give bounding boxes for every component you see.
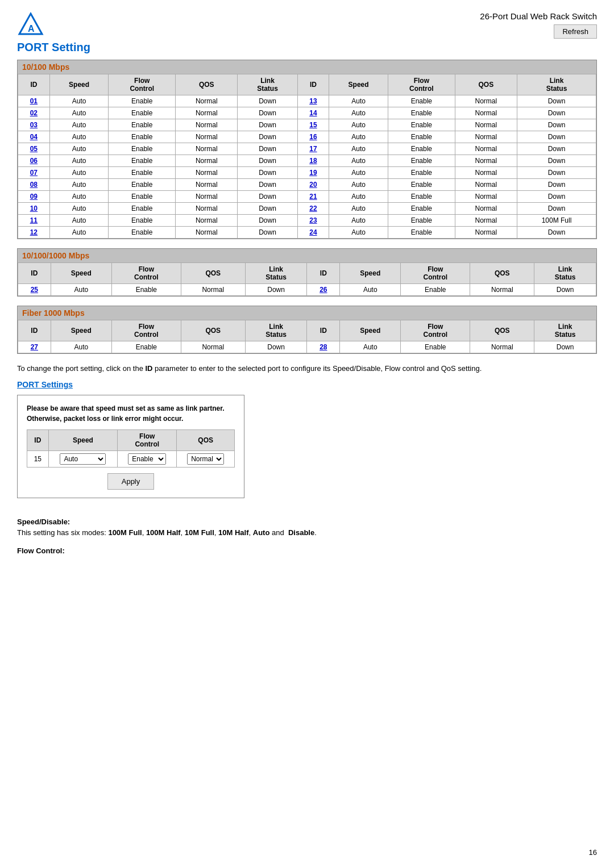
port-id-link[interactable]: 24 <box>309 228 317 236</box>
status-val: Down <box>517 191 596 203</box>
qos-val: Normal <box>455 227 517 239</box>
apply-button[interactable]: Apply <box>107 473 155 490</box>
port-id-link[interactable]: 09 <box>30 193 38 201</box>
port-id-link[interactable]: 05 <box>30 145 38 153</box>
table-row: 01AutoEnableNormalDown13AutoEnableNormal… <box>18 95 596 107</box>
port-id-link[interactable]: 27 <box>31 343 38 351</box>
flow-val: Enable <box>388 227 455 239</box>
qos-select[interactable]: NormalHigh <box>187 453 224 465</box>
port-id-link[interactable]: 20 <box>309 181 317 189</box>
speed-select[interactable]: Auto100M Full100M Half10M Full10M HalfDi… <box>60 453 106 465</box>
port-id-link[interactable]: 14 <box>309 109 317 117</box>
port-id-link[interactable]: 06 <box>30 157 38 165</box>
col-header: ID <box>307 320 340 341</box>
flow-val: Enable <box>109 203 176 215</box>
speed-val: Auto <box>49 167 109 179</box>
status-val: Down <box>238 143 297 155</box>
table-row: 11AutoEnableNormalDown23AutoEnableNormal… <box>18 215 596 227</box>
port-id-link[interactable]: 15 <box>309 121 317 129</box>
port-id-link[interactable]: 28 <box>320 343 327 351</box>
refresh-button[interactable]: Refresh <box>554 24 597 39</box>
qos-val: Normal <box>176 119 238 131</box>
table-row: 02AutoEnableNormalDown14AutoEnableNormal… <box>18 107 596 119</box>
col-header: Speed <box>340 320 401 341</box>
speed-val: Auto <box>329 215 388 227</box>
col-header: QOS <box>181 263 245 284</box>
speed-val: Auto <box>329 107 388 119</box>
qos-val: Normal <box>455 167 517 179</box>
col-header: FlowControl <box>401 263 470 284</box>
col-header: LinkStatus <box>534 320 596 341</box>
config-box: Please be aware that speed must set as s… <box>17 395 244 498</box>
port-id-link[interactable]: 03 <box>30 121 38 129</box>
port-id-link[interactable]: 22 <box>309 205 317 212</box>
description-section: Speed/Disable: This setting has six mode… <box>17 516 597 557</box>
port-id-link[interactable]: 26 <box>320 286 327 294</box>
status-val: Down <box>238 167 297 179</box>
col-speed: Speed <box>48 429 118 450</box>
status-val: Down <box>238 107 297 119</box>
table-row: 25AutoEnableNormalDown26AutoEnableNormal… <box>18 284 596 296</box>
port-id-link[interactable]: 10 <box>30 205 38 212</box>
port-id-link[interactable]: 21 <box>309 193 317 201</box>
port-id-link[interactable]: 12 <box>30 228 38 236</box>
table-row: 03AutoEnableNormalDown15AutoEnableNormal… <box>18 119 596 131</box>
section-10/100/1000-Mbps: 10/100/1000 MbpsIDSpeedFlowControlQOSLin… <box>17 248 597 297</box>
speed-val: Auto <box>329 191 388 203</box>
port-id-link[interactable]: 17 <box>309 145 317 153</box>
port-id-link[interactable]: 02 <box>30 109 38 117</box>
col-header: FlowControl <box>388 74 455 95</box>
config-row: 15 Auto100M Full100M Half10M Full10M Hal… <box>27 450 235 467</box>
status-val: Down <box>238 227 297 239</box>
port-id-link[interactable]: 07 <box>30 169 38 177</box>
port-table: IDSpeedFlowControlQOSLinkStatusIDSpeedFl… <box>18 320 596 353</box>
flow-val: Enable <box>388 203 455 215</box>
port-id-link[interactable]: 11 <box>30 216 38 224</box>
flow-val: Enable <box>388 155 455 167</box>
col-header: FlowControl <box>111 320 181 341</box>
port-id-link[interactable]: 13 <box>309 97 317 105</box>
status-val: Down <box>238 155 297 167</box>
col-header: QOS <box>470 320 534 341</box>
speed-val: Auto <box>329 167 388 179</box>
speed-val: Auto <box>329 155 388 167</box>
port-id-link[interactable]: 01 <box>30 97 38 105</box>
flow-val: Enable <box>109 143 176 155</box>
port-id-link[interactable]: 19 <box>309 169 317 177</box>
status-val: Down <box>534 284 596 296</box>
port-id-link[interactable]: 25 <box>31 286 38 294</box>
col-header: LinkStatus <box>245 320 307 341</box>
flow-val: Enable <box>388 143 455 155</box>
col-header: LinkStatus <box>245 263 307 284</box>
port-id-link[interactable]: 18 <box>309 157 317 165</box>
logo-icon: A <box>17 11 44 39</box>
port-settings-link[interactable]: PORT Settings <box>17 380 597 389</box>
col-header: ID <box>297 74 329 95</box>
port-id-link[interactable]: 04 <box>30 133 38 141</box>
qos-val: Normal <box>176 131 238 143</box>
status-val: Down <box>238 191 297 203</box>
flow-val: Enable <box>388 191 455 203</box>
flow-select[interactable]: EnableDisable <box>128 453 166 465</box>
flow-val: Enable <box>109 215 176 227</box>
speed-val: Auto <box>329 131 388 143</box>
status-val: Down <box>517 167 596 179</box>
speed-val: Auto <box>340 284 401 296</box>
status-val: Down <box>238 131 297 143</box>
flow-val: Enable <box>388 215 455 227</box>
flow-val: Enable <box>109 191 176 203</box>
status-val: Down <box>245 341 307 353</box>
status-val: Down <box>517 143 596 155</box>
status-val: Down <box>517 107 596 119</box>
config-flow-cell[interactable]: EnableDisable <box>118 450 177 467</box>
port-id-link[interactable]: 08 <box>30 181 38 189</box>
speed-val: Auto <box>49 107 109 119</box>
port-id-link[interactable]: 16 <box>309 133 317 141</box>
col-header: FlowControl <box>401 320 470 341</box>
port-id-link[interactable]: 23 <box>309 216 317 224</box>
status-val: Down <box>238 119 297 131</box>
section-header: 10/100 Mbps <box>18 60 596 74</box>
qos-val: Normal <box>455 119 517 131</box>
config-speed-cell[interactable]: Auto100M Full100M Half10M Full10M HalfDi… <box>48 450 118 467</box>
config-qos-cell[interactable]: NormalHigh <box>177 450 235 467</box>
